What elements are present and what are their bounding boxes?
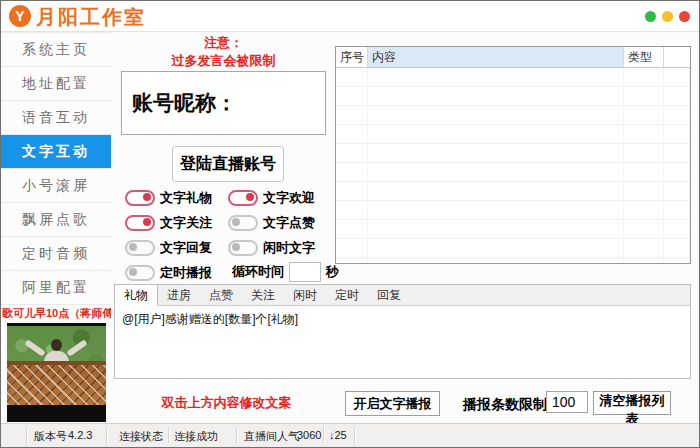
table-cell xyxy=(368,163,624,181)
statusbar-separator xyxy=(106,427,108,443)
tab-进房[interactable]: 进房 xyxy=(158,285,200,305)
loop-time-group: 循环时间 秒 xyxy=(232,262,339,282)
table-row[interactable] xyxy=(336,182,690,201)
table-cell xyxy=(624,220,664,238)
tab-点赞[interactable]: 点赞 xyxy=(200,285,242,305)
toggle-knob xyxy=(232,243,240,251)
popularity-value: 3060 xyxy=(297,429,321,441)
table-cell xyxy=(664,144,690,162)
account-nickname-box: 账号昵称： xyxy=(121,71,326,135)
toggle-label: 文字礼物 xyxy=(160,189,212,207)
table-row[interactable] xyxy=(336,163,690,182)
table-row[interactable] xyxy=(336,258,690,264)
person-arm xyxy=(66,339,87,357)
connection-status: 连接成功 xyxy=(174,429,218,444)
broadcast-limit-input[interactable] xyxy=(546,391,588,413)
toggle-knob xyxy=(143,193,151,201)
video-frame xyxy=(7,326,106,405)
table-row[interactable] xyxy=(336,68,690,87)
tab-礼物[interactable]: 礼物 xyxy=(114,284,158,306)
sidebar-item-address-config[interactable]: 地址配置 xyxy=(1,67,111,101)
toggle-text-reply[interactable]: 文字回复 xyxy=(125,241,228,255)
statusbar-separator xyxy=(323,427,325,443)
red-dot[interactable] xyxy=(679,11,690,22)
login-live-account-button[interactable]: 登陆直播账号 xyxy=(172,146,284,182)
template-tabs: 礼物进房点赞关注闲时定时回复 xyxy=(115,285,690,306)
toggle-switch-icon[interactable] xyxy=(125,215,155,231)
statusbar-separator xyxy=(26,427,28,443)
table-cell xyxy=(664,239,690,257)
table-cell xyxy=(624,258,664,264)
yellow-dot[interactable] xyxy=(662,11,673,22)
table-row[interactable] xyxy=(336,144,690,163)
toggle-knob xyxy=(246,193,254,201)
edit-hint: 双击上方内容修改文案 xyxy=(119,394,334,412)
loop-time-unit: 秒 xyxy=(326,263,339,281)
toggle-switch-icon[interactable] xyxy=(228,190,258,206)
fence xyxy=(7,361,106,405)
tab-回复[interactable]: 回复 xyxy=(368,285,410,305)
table-cell xyxy=(368,201,624,219)
table-cell xyxy=(336,163,368,181)
start-text-broadcast-button[interactable]: 开启文字播报 xyxy=(345,391,440,416)
toggle-text-gift[interactable]: 文字礼物 xyxy=(125,191,228,205)
sidebar-item-ali-config[interactable]: 阿里配置 xyxy=(1,271,111,305)
tab-闲时[interactable]: 闲时 xyxy=(284,285,326,305)
toggle-text-welcome[interactable]: 文字欢迎 xyxy=(228,191,336,205)
table-row[interactable] xyxy=(336,106,690,125)
person-head xyxy=(51,339,62,351)
sidebar-item-system-home[interactable]: 系统主页 xyxy=(1,33,111,67)
table-cell xyxy=(624,144,664,162)
toggle-idle-text[interactable]: 闲时文字 xyxy=(228,241,336,255)
broadcast-table[interactable]: 序号内容类型 xyxy=(335,46,691,264)
template-text[interactable]: @[用户]感谢赠送的[数量]个[礼物] xyxy=(115,306,690,333)
sidebar-item-float-screen-song[interactable]: 飘屏点歌 xyxy=(1,203,111,237)
table-row[interactable] xyxy=(336,220,690,239)
table-header-filler xyxy=(664,47,690,67)
sidebar: 系统主页地址配置语音互动文字互动小号滚屏飘屏点歌定时音频阿里配置 xyxy=(1,32,111,305)
toggle-switch-icon[interactable] xyxy=(125,240,155,256)
table-header-cell: 内容 xyxy=(368,47,624,67)
table-row[interactable] xyxy=(336,125,690,144)
table-cell xyxy=(368,182,624,200)
sidebar-item-timed-audio[interactable]: 定时音频 xyxy=(1,237,111,271)
tab-关注[interactable]: 关注 xyxy=(242,285,284,305)
table-row[interactable] xyxy=(336,201,690,220)
toggle-text-like[interactable]: 文字点赞 xyxy=(228,216,336,230)
popularity-label: 直播间人气 xyxy=(244,429,299,444)
table-cell xyxy=(664,106,690,124)
loop-time-label: 循环时间 xyxy=(232,263,284,281)
table-cell xyxy=(336,87,368,105)
window-dots xyxy=(645,11,690,22)
toggle-label: 文字欢迎 xyxy=(263,189,315,207)
network-down-indicator: ↓25 xyxy=(329,429,347,441)
clear-broadcast-list-button[interactable]: 清空播报列表 xyxy=(593,391,671,415)
sidebar-item-text-interact[interactable]: 文字互动 xyxy=(1,135,111,169)
version-label: 版本号 xyxy=(34,429,67,444)
toggle-label: 文字点赞 xyxy=(263,214,315,232)
table-header-row: 序号内容类型 xyxy=(336,47,690,68)
title-bar: Y 月阳工作室 xyxy=(1,1,699,32)
toggle-knob xyxy=(143,218,151,226)
table-row[interactable] xyxy=(336,239,690,258)
sidebar-item-alt-account-scroll[interactable]: 小号滚屏 xyxy=(1,169,111,203)
toggle-switch-icon[interactable] xyxy=(228,240,258,256)
toggle-switch-icon[interactable] xyxy=(228,215,258,231)
video-thumbnail[interactable] xyxy=(7,323,106,422)
toggle-switch-icon[interactable] xyxy=(125,265,155,281)
table-cell xyxy=(624,87,664,105)
loop-time-input[interactable] xyxy=(289,262,321,282)
toggle-switch-icon[interactable] xyxy=(125,190,155,206)
toggle-text-follow[interactable]: 文字关注 xyxy=(125,216,228,230)
toggle-timed-broadcast[interactable]: 定时播报 xyxy=(125,266,228,280)
table-cell xyxy=(336,182,368,200)
table-row[interactable] xyxy=(336,87,690,106)
table-cell xyxy=(336,68,368,86)
table-cell xyxy=(664,182,690,200)
green-dot[interactable] xyxy=(645,11,656,22)
sidebar-item-voice-interact[interactable]: 语音互动 xyxy=(1,101,111,135)
toggle-label: 文字回复 xyxy=(160,239,212,257)
table-cell xyxy=(664,163,690,181)
tab-定时[interactable]: 定时 xyxy=(326,285,368,305)
statusbar-separator xyxy=(354,427,356,443)
